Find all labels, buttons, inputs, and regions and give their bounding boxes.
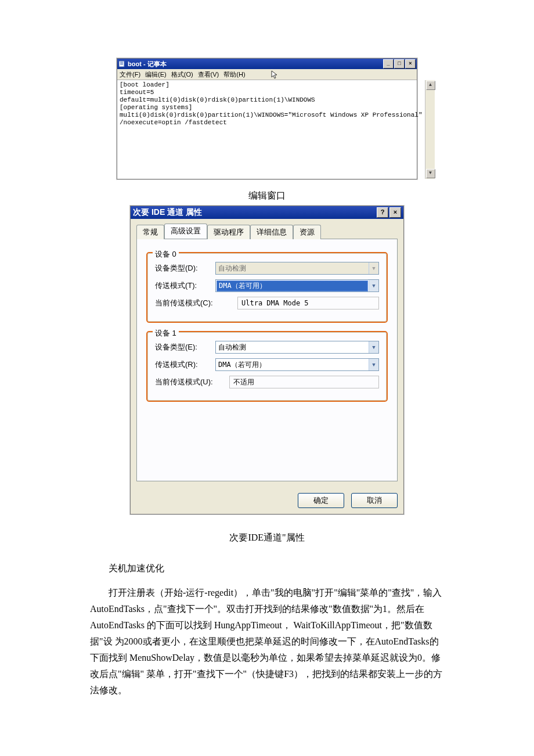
device-0-legend: 设备 0 bbox=[153, 249, 179, 260]
scroll-up-icon[interactable]: ▲ bbox=[426, 81, 435, 90]
close-button[interactable]: × bbox=[389, 207, 401, 218]
device0-current-label: 当前传送模式(C): bbox=[155, 298, 229, 308]
device-1-group: 设备 1 设备类型(E): 自动检测 ▼ 传送模式(R): DMA（若可用） ▼ bbox=[147, 332, 387, 401]
caption-properties: 次要IDE通道"属性 bbox=[0, 532, 534, 544]
advanced-settings-panel: 设备 0 设备类型(D): 自动检测 ▼ 传送模式(T): DMA（若可用） ▼ bbox=[136, 239, 398, 481]
cancel-button[interactable]: 取消 bbox=[351, 493, 398, 508]
properties-title: 次要 IDE 通道 属性 bbox=[133, 207, 376, 218]
maximize-button[interactable]: □ bbox=[394, 59, 405, 69]
device1-mode-combo[interactable]: DMA（若可用） ▼ bbox=[215, 358, 379, 371]
tab-driver[interactable]: 驱动程序 bbox=[207, 225, 250, 239]
device-1-legend: 设备 1 bbox=[153, 328, 179, 339]
properties-titlebar[interactable]: 次要 IDE 通道 属性 ? × bbox=[131, 206, 403, 219]
notepad-textarea[interactable]: [boot loader] timeout=5 default=multi(0)… bbox=[117, 80, 425, 179]
chevron-down-icon: ▼ bbox=[369, 262, 378, 274]
article-text: 关机加速优化 打开注册表（开始-运行-regedit），单击"我的电脑"打开"编… bbox=[90, 560, 444, 699]
tab-details[interactable]: 详细信息 bbox=[250, 225, 293, 239]
device-0-group: 设备 0 设备类型(D): 自动检测 ▼ 传送模式(T): DMA（若可用） ▼ bbox=[147, 253, 387, 322]
device1-mode-label: 传送模式(R): bbox=[155, 359, 215, 370]
device1-mode-value: DMA（若可用） bbox=[216, 360, 369, 370]
properties-dialog: 次要 IDE 通道 属性 ? × 常规 高级设置 驱动程序 详细信息 资源 设备… bbox=[130, 206, 404, 514]
device0-mode-combo[interactable]: DMA（若可用） ▼ bbox=[215, 279, 379, 292]
tab-general[interactable]: 常规 bbox=[136, 225, 164, 239]
notepad-menubar: 文件(F) 编辑(E) 格式(O) 查看(V) 帮助(H) bbox=[117, 69, 417, 80]
chevron-down-icon[interactable]: ▼ bbox=[369, 280, 378, 291]
device1-type-value: 自动检测 bbox=[216, 343, 369, 352]
tab-resources[interactable]: 资源 bbox=[293, 225, 321, 239]
close-button[interactable]: × bbox=[405, 59, 416, 69]
device0-current-value: Ultra DMA Mode 5 bbox=[237, 297, 379, 309]
device1-current-label: 当前传送模式(U): bbox=[155, 377, 229, 387]
notepad-title: boot - 记事本 bbox=[128, 60, 383, 69]
ok-button[interactable]: 确定 bbox=[298, 493, 344, 508]
article-body: 打开注册表（开始-运行-regedit），单击"我的电脑"打开"编辑"菜单的"查… bbox=[90, 585, 444, 699]
menu-view[interactable]: 查看(V) bbox=[198, 70, 219, 79]
device0-type-label: 设备类型(D): bbox=[155, 263, 215, 273]
scroll-down-icon[interactable]: ▼ bbox=[426, 169, 435, 178]
properties-tabs: 常规 高级设置 驱动程序 详细信息 资源 bbox=[136, 224, 398, 239]
chevron-down-icon[interactable]: ▼ bbox=[369, 341, 378, 353]
menu-format[interactable]: 格式(O) bbox=[171, 70, 193, 79]
help-button[interactable]: ? bbox=[377, 207, 388, 218]
notepad-titlebar[interactable]: boot - 记事本 _ □ × bbox=[117, 59, 417, 69]
notepad-window: boot - 记事本 _ □ × 文件(F) 编辑(E) 格式(O) 查看(V)… bbox=[117, 58, 417, 179]
notepad-icon bbox=[118, 60, 125, 67]
device0-mode-value: DMA（若可用） bbox=[217, 280, 368, 291]
tab-advanced[interactable]: 高级设置 bbox=[164, 224, 207, 239]
menu-help[interactable]: 帮助(H) bbox=[223, 70, 245, 79]
device0-type-value: 自动检测 bbox=[216, 264, 369, 273]
dialog-buttons: 确定 取消 bbox=[131, 487, 403, 514]
device1-current-value: 不适用 bbox=[229, 376, 379, 388]
article-heading: 关机加速优化 bbox=[90, 560, 444, 577]
notepad-scrollbar[interactable]: ▲ ▼ bbox=[425, 80, 435, 179]
minimize-button[interactable]: _ bbox=[383, 59, 394, 69]
device0-mode-label: 传送模式(T): bbox=[155, 280, 215, 291]
device1-type-combo[interactable]: 自动检测 ▼ bbox=[215, 341, 379, 354]
menu-edit[interactable]: 编辑(E) bbox=[145, 70, 167, 79]
caption-notepad: 编辑窗口 bbox=[0, 190, 534, 202]
device0-type-combo: 自动检测 ▼ bbox=[215, 262, 379, 275]
menu-file[interactable]: 文件(F) bbox=[120, 70, 140, 79]
chevron-down-icon[interactable]: ▼ bbox=[369, 359, 378, 370]
device1-type-label: 设备类型(E): bbox=[155, 342, 215, 352]
